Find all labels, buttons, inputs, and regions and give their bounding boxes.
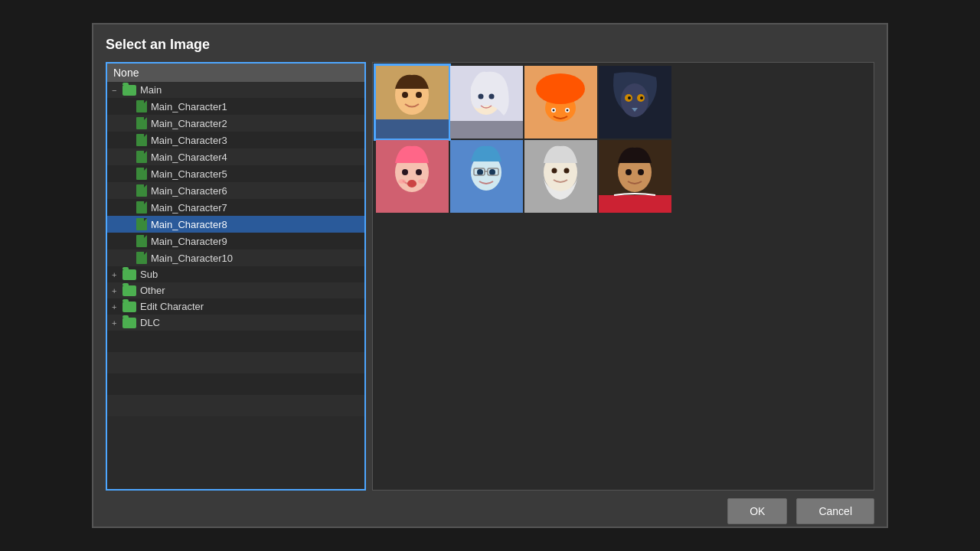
svg-point-21 <box>628 96 631 99</box>
tree-label-char8: Main_Character8 <box>151 219 227 230</box>
char6-portrait <box>450 140 523 213</box>
tree-item-char7[interactable]: Main_Character7 <box>107 199 364 216</box>
svg-rect-45 <box>599 195 671 213</box>
tree-label-editchar: Edit Character <box>140 301 204 312</box>
tree-item-char6[interactable]: Main_Character6 <box>107 182 364 199</box>
tree-label-char1: Main_Character1 <box>151 101 227 112</box>
svg-point-27 <box>398 179 406 184</box>
folder-icon-sub <box>122 269 136 280</box>
file-icon-char8 <box>136 218 147 230</box>
tree-empty-4 <box>107 395 364 416</box>
preview-cell-char2[interactable] <box>450 66 523 139</box>
tree-item-other[interactable]: + Other <box>107 282 364 298</box>
svg-point-2 <box>402 92 408 98</box>
tree-item-char5[interactable]: Main_Character5 <box>107 165 364 182</box>
svg-point-39 <box>552 168 557 174</box>
svg-point-8 <box>489 94 495 99</box>
tree-label-char3: Main_Character3 <box>151 135 227 146</box>
tree-label-char2: Main_Character2 <box>151 118 227 129</box>
dialog-footer: OK Cancel <box>106 498 874 524</box>
tree-item-char1[interactable]: Main_Character1 <box>107 98 364 115</box>
toggle-main: − <box>112 86 122 95</box>
svg-rect-4 <box>376 119 449 139</box>
preview-cell-char6[interactable] <box>450 140 523 213</box>
tree-label-char9: Main_Character9 <box>151 236 227 247</box>
svg-point-26 <box>416 169 422 175</box>
svg-point-12 <box>536 73 585 104</box>
tree-label-char5: Main_Character5 <box>151 168 227 180</box>
svg-point-16 <box>567 109 569 112</box>
char3-portrait <box>524 66 597 139</box>
tree-item-dlc[interactable]: + DLC <box>107 315 364 331</box>
svg-rect-9 <box>450 121 523 139</box>
svg-point-18 <box>621 83 648 117</box>
char4-portrait <box>599 66 671 139</box>
tree-item-char2[interactable]: Main_Character2 <box>107 115 364 132</box>
svg-point-40 <box>564 168 570 174</box>
char2-portrait <box>450 66 523 139</box>
preview-cell-char8[interactable] <box>599 140 671 213</box>
svg-point-32 <box>477 169 483 175</box>
toggle-dlc: + <box>112 318 122 328</box>
ok-button[interactable]: OK <box>727 498 787 524</box>
tree-empty-3 <box>107 373 364 395</box>
preview-cell-char1[interactable] <box>376 66 449 139</box>
dialog-body: None − Main Main_Character1 Main_Charact… <box>106 62 874 491</box>
tree-none-item[interactable]: None <box>107 64 364 82</box>
file-icon-char3 <box>136 134 147 146</box>
preview-cell-char3[interactable] <box>524 66 597 139</box>
tree-empty-2 <box>107 352 364 373</box>
preview-grid <box>373 63 874 216</box>
file-icon-char4 <box>136 151 147 163</box>
folder-icon-other <box>122 285 136 296</box>
folder-icon-dlc <box>122 318 136 328</box>
preview-cell-char7[interactable] <box>524 140 597 213</box>
svg-point-28 <box>418 179 426 184</box>
folder-icon-main <box>122 85 136 96</box>
file-icon-char7 <box>136 201 147 214</box>
file-icon-char6 <box>136 184 147 197</box>
svg-point-7 <box>479 94 484 99</box>
preview-cell-char4[interactable] <box>599 66 671 139</box>
select-image-dialog: Select an Image None − Main Main_Charact… <box>92 23 888 528</box>
tree-label-other: Other <box>140 285 165 296</box>
dialog-title: Select an Image <box>106 37 874 53</box>
tree-label-main: Main <box>140 84 162 96</box>
tree-label-char7: Main_Character7 <box>151 202 227 214</box>
svg-point-43 <box>626 169 632 175</box>
toggle-other: + <box>112 286 122 295</box>
tree-label-char6: Main_Character6 <box>151 185 227 197</box>
tree-label-dlc: DLC <box>140 317 160 328</box>
tree-item-char3[interactable]: Main_Character3 <box>107 132 364 148</box>
toggle-sub: + <box>112 270 122 279</box>
svg-point-44 <box>638 169 644 175</box>
tree-label-char4: Main_Character4 <box>151 152 227 163</box>
svg-point-15 <box>553 109 555 112</box>
cancel-button[interactable]: Cancel <box>796 498 874 524</box>
file-icon-char9 <box>136 235 147 247</box>
file-icon-char2 <box>136 117 147 129</box>
tree-item-sub[interactable]: + Sub <box>107 266 364 282</box>
tree-item-editchar[interactable]: + Edit Character <box>107 298 364 315</box>
folder-icon-editchar <box>122 302 136 312</box>
tree-item-char4[interactable]: Main_Character4 <box>107 148 364 165</box>
file-icon-char10 <box>136 252 147 264</box>
svg-point-3 <box>416 92 422 98</box>
svg-point-25 <box>402 169 408 175</box>
tree-label-char10: Main_Character10 <box>151 253 233 264</box>
svg-point-22 <box>640 96 643 99</box>
char5-portrait <box>376 140 449 213</box>
tree-item-char9[interactable]: Main_Character9 <box>107 233 364 249</box>
preview-cell-char5[interactable] <box>376 140 449 213</box>
char7-portrait <box>524 140 597 213</box>
toggle-editchar: + <box>112 302 122 311</box>
tree-item-char10[interactable]: Main_Character10 <box>107 249 364 266</box>
char8-portrait <box>599 140 671 213</box>
file-icon-char5 <box>136 168 147 180</box>
tree-label-sub: Sub <box>140 269 158 280</box>
tree-empty-1 <box>107 331 364 352</box>
tree-panel: None − Main Main_Character1 Main_Charact… <box>106 62 366 491</box>
tree-item-main[interactable]: − Main <box>107 82 364 98</box>
file-icon-char1 <box>136 100 147 112</box>
tree-item-char8[interactable]: Main_Character8 <box>107 216 364 233</box>
